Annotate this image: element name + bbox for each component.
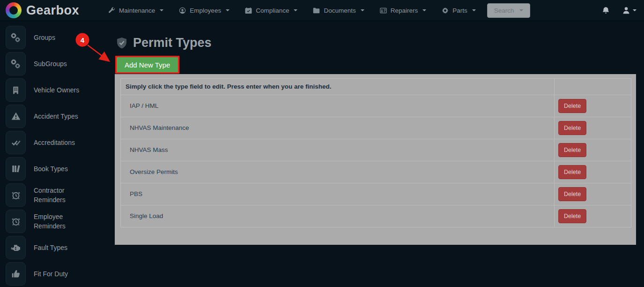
table-row: NHVAS MassDelete bbox=[121, 139, 631, 161]
delete-button[interactable]: Delete bbox=[558, 187, 586, 201]
sidebar-item-label: Book Types bbox=[34, 164, 68, 174]
permit-type-name[interactable]: IAP / HML bbox=[121, 95, 555, 117]
building-icon bbox=[6, 78, 26, 102]
nav-item-documents[interactable]: Documents bbox=[313, 7, 364, 14]
caret-down-icon bbox=[361, 9, 364, 11]
brand-name: Gearbox bbox=[26, 3, 79, 18]
sidebar-item-fault-types[interactable]: Fault Types bbox=[0, 234, 115, 261]
caret-down-icon bbox=[472, 9, 476, 11]
permit-type-name[interactable]: PBS bbox=[121, 183, 555, 205]
wrench-icon bbox=[108, 7, 115, 14]
sidebar-item-employee-reminders[interactable]: Employee Reminders bbox=[0, 208, 115, 234]
sidebar-item-label: Groups bbox=[34, 33, 55, 42]
delete-button[interactable]: Delete bbox=[558, 165, 586, 179]
permit-type-name[interactable]: Single Load bbox=[121, 205, 555, 227]
table-header-actions bbox=[555, 79, 631, 95]
top-nav: Gearbox MaintenanceEmployeesComplianceDo… bbox=[0, 0, 644, 21]
table-header-row: Simply click the type field to edit. Pre… bbox=[121, 79, 631, 95]
shield-check-icon bbox=[116, 37, 127, 49]
double-check-icon bbox=[6, 131, 26, 154]
gearbox-logo-icon bbox=[6, 2, 22, 18]
delete-button[interactable]: Delete bbox=[558, 209, 586, 223]
table-row: NHVAS MaintenanceDelete bbox=[121, 117, 631, 139]
add-new-type-button[interactable]: Add New Type bbox=[115, 56, 179, 74]
caret-down-icon bbox=[633, 9, 637, 11]
sidebar-item-label: Contractor Reminders bbox=[34, 186, 89, 204]
action-cell: Delete bbox=[555, 95, 631, 117]
sidebar-item-label: Vehicle Owners bbox=[34, 85, 79, 95]
table-row: PBSDelete bbox=[121, 183, 631, 205]
nav-item-parts[interactable]: Parts bbox=[442, 7, 476, 14]
sidebar-item-contractor-reminders[interactable]: Contractor Reminders bbox=[0, 182, 115, 208]
sidebar-item-label: SubGroups bbox=[34, 59, 67, 68]
alarm-icon bbox=[6, 210, 26, 233]
sidebar: GroupsSubGroupsVehicle OwnersAccident Ty… bbox=[0, 21, 115, 287]
main-menu: MaintenanceEmployeesComplianceDocumentsR… bbox=[108, 7, 476, 14]
warning-icon bbox=[6, 105, 26, 128]
caret-down-icon bbox=[294, 9, 297, 11]
thumbs-up-icon bbox=[6, 262, 26, 286]
caret-down-icon bbox=[422, 9, 426, 11]
sidebar-item-label: Fault Types bbox=[34, 243, 67, 252]
search-button-label: Search bbox=[494, 7, 514, 14]
brand: Gearbox bbox=[0, 2, 79, 18]
sidebar-item-groups[interactable]: Groups bbox=[0, 24, 115, 51]
nav-item-compliance[interactable]: Compliance bbox=[245, 7, 297, 14]
nav-item-maintenance[interactable]: Maintenance bbox=[108, 7, 163, 14]
action-cell: Delete bbox=[555, 117, 631, 139]
id-card-icon bbox=[380, 7, 387, 14]
nav-item-label: Documents bbox=[324, 7, 355, 14]
table-header-hint: Simply click the type field to edit. Pre… bbox=[121, 79, 555, 95]
notifications-bell-icon[interactable] bbox=[602, 7, 610, 15]
nav-item-label: Maintenance bbox=[119, 7, 155, 14]
permit-types-table: Simply click the type field to edit. Pre… bbox=[120, 78, 631, 227]
gear-icon bbox=[442, 7, 449, 14]
user-circle-icon bbox=[179, 7, 186, 14]
nav-item-employees[interactable]: Employees bbox=[179, 7, 229, 14]
gears-icon bbox=[6, 52, 26, 76]
engine-icon bbox=[6, 236, 26, 259]
caret-down-icon bbox=[519, 9, 523, 11]
page-title-row: Permit Types bbox=[116, 36, 212, 50]
action-cell: Delete bbox=[555, 161, 631, 183]
permit-type-name[interactable]: NHVAS Mass bbox=[121, 139, 555, 161]
main-content: Permit Types Add New Type Simply click t… bbox=[115, 21, 644, 287]
delete-button[interactable]: Delete bbox=[558, 143, 586, 157]
page-title: Permit Types bbox=[133, 36, 212, 50]
folder-icon bbox=[313, 7, 320, 14]
table-row: Oversize PermitsDelete bbox=[121, 161, 631, 183]
sidebar-item-label: Employee Reminders bbox=[34, 212, 89, 231]
books-icon bbox=[6, 157, 26, 181]
sidebar-item-accident-types[interactable]: Accident Types bbox=[0, 103, 115, 129]
sidebar-item-book-types[interactable]: Book Types bbox=[0, 156, 115, 182]
user-icon bbox=[622, 6, 630, 15]
nav-item-repairers[interactable]: Repairers bbox=[380, 7, 427, 14]
sidebar-item-label: Fit For Duty bbox=[34, 269, 68, 279]
caret-down-icon bbox=[160, 9, 163, 11]
sidebar-item-accreditations[interactable]: Accreditations bbox=[0, 129, 115, 156]
permit-types-panel: Simply click the type field to edit. Pre… bbox=[115, 74, 636, 245]
sidebar-item-label: Accreditations bbox=[34, 138, 75, 147]
caret-down-icon bbox=[226, 9, 229, 11]
sidebar-item-vehicle-owners[interactable]: Vehicle Owners bbox=[0, 77, 115, 103]
sidebar-item-label: Accident Types bbox=[34, 112, 78, 121]
nav-right bbox=[602, 6, 644, 15]
nav-item-label: Employees bbox=[190, 7, 221, 14]
table-row: IAP / HMLDelete bbox=[121, 95, 631, 117]
calendar-check-icon bbox=[245, 7, 252, 14]
delete-button[interactable]: Delete bbox=[558, 99, 586, 113]
permit-type-name[interactable]: NHVAS Maintenance bbox=[121, 117, 555, 139]
sidebar-item-subgroups[interactable]: SubGroups bbox=[0, 51, 115, 77]
nav-item-label: Compliance bbox=[256, 7, 289, 14]
action-cell: Delete bbox=[555, 139, 631, 161]
delete-button[interactable]: Delete bbox=[558, 121, 586, 135]
user-menu[interactable] bbox=[622, 6, 637, 15]
gears-icon bbox=[6, 26, 26, 49]
search-button[interactable]: Search bbox=[487, 3, 530, 18]
nav-item-label: Repairers bbox=[391, 7, 418, 14]
permit-type-name[interactable]: Oversize Permits bbox=[121, 161, 555, 183]
nav-item-label: Parts bbox=[452, 7, 467, 14]
table-row: Single LoadDelete bbox=[121, 205, 631, 227]
sidebar-item-fit-for-duty[interactable]: Fit For Duty bbox=[0, 261, 115, 287]
alarm-icon bbox=[6, 183, 26, 207]
